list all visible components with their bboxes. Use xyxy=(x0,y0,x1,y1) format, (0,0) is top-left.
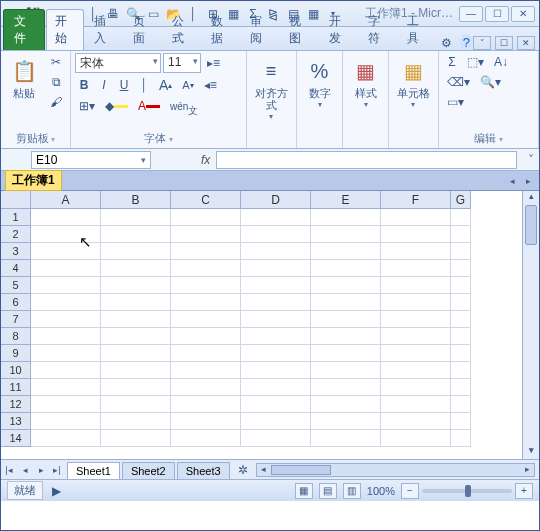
spreadsheet-grid[interactable]: A B C D E F G 1234567891011121314 ↖ xyxy=(1,191,522,459)
cell[interactable] xyxy=(381,430,451,447)
cell[interactable] xyxy=(31,430,101,447)
maximize-button[interactable]: ☐ xyxy=(485,6,509,22)
cell[interactable] xyxy=(101,396,171,413)
cut-icon[interactable]: ✂ xyxy=(46,53,66,71)
view-pagebreak-icon[interactable]: ▥ xyxy=(343,483,361,499)
tab-formula[interactable]: 公式 xyxy=(163,9,201,50)
cell[interactable] xyxy=(311,430,381,447)
cell[interactable] xyxy=(101,311,171,328)
cell[interactable] xyxy=(101,345,171,362)
cell[interactable] xyxy=(451,345,471,362)
sheet-nav-first-icon[interactable]: |◂ xyxy=(1,462,17,478)
cell[interactable] xyxy=(311,379,381,396)
cell[interactable] xyxy=(31,413,101,430)
cell[interactable] xyxy=(381,209,451,226)
paste-button[interactable]: 📋 粘贴 xyxy=(5,53,43,130)
row-header[interactable]: 11 xyxy=(1,379,31,396)
cell[interactable] xyxy=(311,209,381,226)
cell[interactable] xyxy=(171,379,241,396)
cell[interactable] xyxy=(451,243,471,260)
grow-font-button[interactable]: A▴ xyxy=(155,76,176,94)
vertical-scrollbar[interactable]: ▴ ▾ xyxy=(522,191,539,459)
cell[interactable] xyxy=(241,243,311,260)
sheet-tab[interactable]: Sheet1 xyxy=(67,462,120,479)
row-header[interactable]: 10 xyxy=(1,362,31,379)
cell[interactable] xyxy=(101,379,171,396)
scroll-down-icon[interactable]: ▾ xyxy=(523,445,539,459)
doc-restore-icon[interactable]: ☐ xyxy=(495,36,513,50)
view-pagelayout-icon[interactable]: ▤ xyxy=(319,483,337,499)
select-button[interactable]: ▭▾ xyxy=(443,93,468,111)
cell[interactable] xyxy=(451,294,471,311)
cell[interactable] xyxy=(31,277,101,294)
new-sheet-icon[interactable]: ✲ xyxy=(234,461,252,479)
tab-char[interactable]: 字符 xyxy=(359,9,397,50)
cell[interactable] xyxy=(241,209,311,226)
cell[interactable] xyxy=(31,328,101,345)
sheet-nav-next-icon[interactable]: ▸ xyxy=(33,462,49,478)
cell[interactable] xyxy=(311,243,381,260)
view-normal-icon[interactable]: ▦ xyxy=(295,483,313,499)
cell[interactable] xyxy=(451,209,471,226)
tab-review[interactable]: 审阅 xyxy=(241,9,279,50)
sheet-tab[interactable]: Sheet3 xyxy=(177,462,230,479)
row-header[interactable]: 14 xyxy=(1,430,31,447)
zoom-knob[interactable] xyxy=(465,485,471,497)
scroll-left-icon[interactable]: ◂ xyxy=(257,464,271,476)
cell[interactable] xyxy=(241,260,311,277)
cell[interactable] xyxy=(101,362,171,379)
cell[interactable] xyxy=(451,311,471,328)
cell[interactable] xyxy=(241,345,311,362)
cell[interactable] xyxy=(101,243,171,260)
cell[interactable] xyxy=(31,362,101,379)
cell[interactable] xyxy=(381,277,451,294)
font-size-select[interactable]: 11 xyxy=(163,53,201,73)
cell[interactable] xyxy=(31,396,101,413)
cell[interactable] xyxy=(31,243,101,260)
zoom-in-button[interactable]: + xyxy=(515,483,533,499)
cell[interactable] xyxy=(311,294,381,311)
doc-close-icon[interactable]: ✕ xyxy=(517,36,535,50)
clear-button[interactable]: ⌫▾ xyxy=(443,73,474,91)
cell[interactable] xyxy=(171,209,241,226)
increase-indent-icon[interactable]: ▸≡ xyxy=(203,54,224,72)
cell[interactable] xyxy=(451,226,471,243)
scroll-right-icon[interactable]: ▸ xyxy=(520,464,534,476)
group-label-clipboard[interactable]: 剪贴板 xyxy=(5,130,66,147)
col-header[interactable]: G xyxy=(451,191,471,209)
cell[interactable] xyxy=(241,311,311,328)
namebox-dropdown-icon[interactable]: ▾ xyxy=(141,155,146,165)
cell[interactable] xyxy=(241,430,311,447)
col-header[interactable]: B xyxy=(101,191,171,209)
tab-page[interactable]: 页面 xyxy=(124,9,162,50)
hscroll-thumb[interactable] xyxy=(271,465,331,475)
sort-filter-button[interactable]: A↓ xyxy=(490,53,512,71)
italic-button[interactable]: I xyxy=(95,76,113,94)
cell[interactable] xyxy=(381,379,451,396)
zoom-slider[interactable] xyxy=(422,489,512,493)
ribbon-minimize-icon[interactable]: ˅ xyxy=(473,36,491,50)
underline-button[interactable]: U xyxy=(115,76,133,94)
cell[interactable] xyxy=(171,294,241,311)
sheet-nav-prev-icon[interactable]: ◂ xyxy=(17,462,33,478)
tab-dev[interactable]: 开发 xyxy=(320,9,358,50)
bold-button[interactable]: B xyxy=(75,76,93,94)
cell[interactable] xyxy=(171,311,241,328)
select-all-corner[interactable] xyxy=(1,191,31,209)
cell[interactable] xyxy=(451,430,471,447)
cell[interactable] xyxy=(31,311,101,328)
scroll-thumb[interactable] xyxy=(525,205,537,245)
tab-insert[interactable]: 插入 xyxy=(85,9,123,50)
cell[interactable] xyxy=(31,209,101,226)
cell[interactable] xyxy=(101,413,171,430)
zoom-level[interactable]: 100% xyxy=(367,485,395,497)
cell[interactable] xyxy=(101,277,171,294)
find-button[interactable]: 🔍▾ xyxy=(476,73,505,91)
cell[interactable] xyxy=(381,345,451,362)
cell[interactable] xyxy=(451,277,471,294)
cell[interactable] xyxy=(101,328,171,345)
row-header[interactable]: 6 xyxy=(1,294,31,311)
expand-formula-icon[interactable]: ˅ xyxy=(523,153,539,167)
row-header[interactable]: 2 xyxy=(1,226,31,243)
cell[interactable] xyxy=(101,226,171,243)
